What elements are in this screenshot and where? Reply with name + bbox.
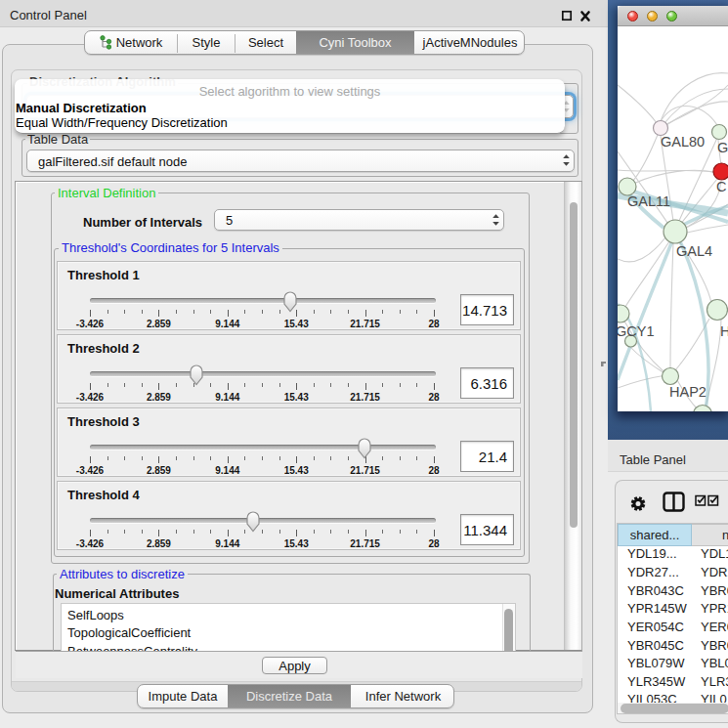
svg-text:GA: GA bbox=[717, 140, 728, 155]
svg-text:GAL11: GAL11 bbox=[627, 193, 670, 209]
svg-text:HA: HA bbox=[720, 323, 728, 339]
svg-text:GAL4: GAL4 bbox=[676, 243, 712, 259]
svg-text:GAL80: GAL80 bbox=[661, 134, 705, 150]
svg-text:HAP2: HAP2 bbox=[669, 384, 707, 400]
svg-text:GCY1: GCY1 bbox=[618, 323, 655, 339]
svg-text:C: C bbox=[716, 179, 726, 194]
